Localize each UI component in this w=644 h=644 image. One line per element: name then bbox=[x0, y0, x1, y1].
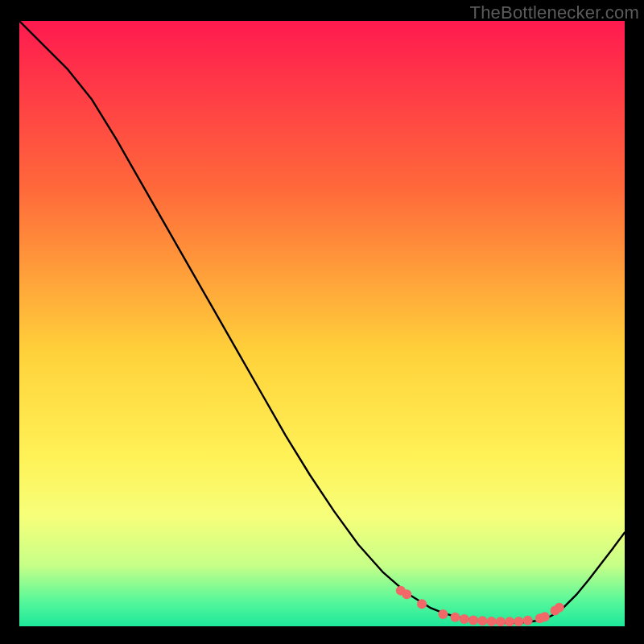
curve-marker bbox=[487, 617, 497, 626]
chart-svg bbox=[19, 21, 625, 626]
curve-marker bbox=[514, 617, 523, 626]
curve-marker bbox=[460, 614, 469, 624]
curve-marker bbox=[477, 616, 487, 625]
svg-rect-0 bbox=[19, 21, 625, 626]
curve-marker bbox=[438, 609, 448, 619]
curve-marker bbox=[402, 589, 411, 599]
curve-marker bbox=[469, 615, 478, 625]
curve-marker bbox=[555, 603, 564, 613]
curve-marker bbox=[523, 616, 533, 625]
curve-marker bbox=[417, 599, 427, 609]
watermark-text: TheBottlenecker.com bbox=[470, 2, 639, 23]
curve-marker bbox=[450, 613, 460, 622]
chart-frame: TheBottlenecker.com bbox=[0, 0, 644, 644]
chart-plot-area bbox=[19, 21, 625, 626]
curve-marker bbox=[505, 617, 514, 626]
curve-marker bbox=[496, 617, 506, 626]
curve-marker bbox=[540, 612, 550, 621]
